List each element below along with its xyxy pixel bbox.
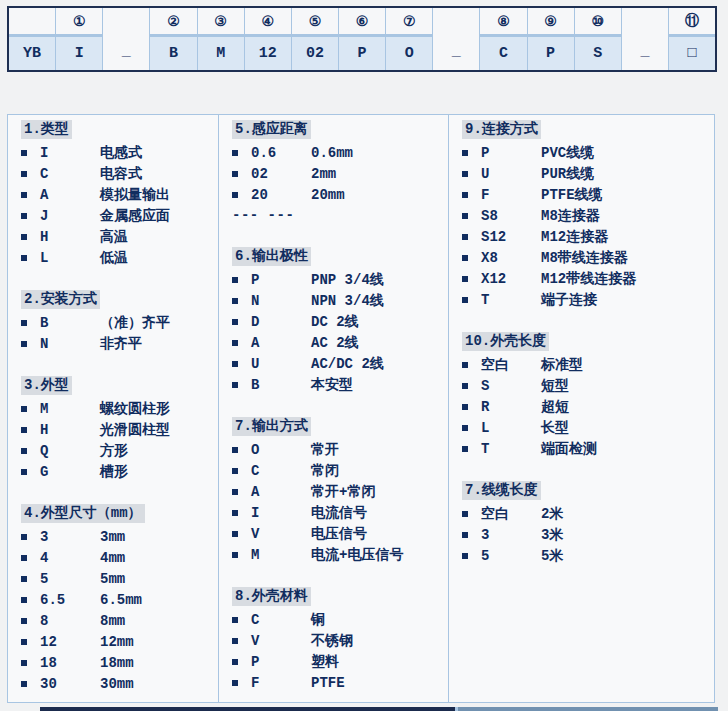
item-description: 槽形 [100,463,214,481]
guide-column-3: 9.连接方式PPVC线缆UPUR线缆FPTFE线缆S8M8连接器S12M12连接… [449,115,714,702]
item-code: 4 [40,550,100,566]
cell-code: I [56,37,102,70]
model-code-cell: YB [9,8,55,70]
square-bullet-icon [21,576,27,582]
item-description: 18mm [100,655,214,671]
item-code: F [481,187,541,203]
square-bullet-icon [232,192,238,198]
square-bullet-icon [232,382,238,388]
item-code: 6.5 [40,592,100,608]
item-description: M12带线连接器 [541,270,710,288]
item-code: 5 [40,571,100,587]
square-bullet-icon [21,406,27,412]
item-code: C [40,166,100,182]
cell-position-number: ③ [198,8,244,37]
square-bullet-icon [21,234,27,240]
item-description: 非齐平 [100,335,214,353]
cell-position-number: ⑪ [669,8,715,37]
item-code: C [251,463,311,479]
square-bullet-icon [462,150,468,156]
square-bullet-icon [21,427,27,433]
item-code: X8 [481,250,541,266]
legend-row: I电感式 [21,142,214,163]
cell-code: P [339,37,385,70]
legend-row: H高温 [21,226,214,247]
item-description: 电感式 [100,144,214,162]
cell-code: YB [9,37,55,70]
legend-row: DDC 2线 [232,311,444,332]
legend-row: FPTFE [232,672,444,693]
legend-row: 3030mm [21,673,214,694]
legend-row: FPTFE线缆 [462,184,710,205]
square-bullet-icon [21,320,27,326]
square-bullet-icon [232,638,238,644]
model-code-cell: ②B [149,8,196,70]
legend-row: J金属感应面 [21,205,214,226]
cell-position-number: ④ [245,8,291,37]
square-bullet-icon [21,618,27,624]
legend-row: Q方形 [21,440,214,461]
cell-position-number: ② [150,8,196,37]
section-title: 2.安装方式 [21,290,100,309]
section-title: 8.外壳材料 [232,587,311,606]
item-code: H [40,422,100,438]
legend-row: P塑料 [232,651,444,672]
legend-row: S8M8连接器 [462,205,710,226]
item-code: 30 [40,676,100,692]
code-guide: 1.类型I电感式C电容式A模拟量输出J金属感应面H高温L低温2.安装方式B（准）… [7,114,715,703]
item-description: 30mm [100,676,214,692]
square-bullet-icon [21,660,27,666]
item-code: V [251,526,311,542]
item-description: M8带线连接器 [541,249,710,267]
legend-row: 1818mm [21,652,214,673]
legend-row: AAC 2线 [232,332,444,353]
square-bullet-icon [462,213,468,219]
item-code: A [251,484,311,500]
cell-code: B [150,37,196,70]
legend-row: G槽形 [21,461,214,482]
square-bullet-icon [21,192,27,198]
next-table-edge-segment [40,707,455,711]
item-description: PNP 3/4线 [311,271,444,289]
square-bullet-icon [232,340,238,346]
item-code: T [481,292,541,308]
legend-row: 0.60.6mm [232,142,444,163]
section: 10.外壳长度空白标准型S短型R超短L长型T端面检测 [462,331,710,459]
square-bullet-icon [462,446,468,452]
legend-row: 空白标准型 [462,354,710,375]
square-bullet-icon [462,276,468,282]
section: 9.连接方式PPVC线缆UPUR线缆FPTFE线缆S8M8连接器S12M12连接… [462,119,710,310]
square-bullet-icon [462,404,468,410]
item-description: 长型 [541,419,710,437]
item-code: J [40,208,100,224]
item-description: 5米 [541,547,710,565]
item-code: L [40,250,100,266]
item-description: 12mm [100,634,214,650]
item-code: M [251,547,311,563]
item-description: 6.5mm [100,592,214,608]
item-description: 高温 [100,228,214,246]
item-description: 电流信号 [311,504,444,522]
legend-row: 022mm [232,163,444,184]
item-description: PVC线缆 [541,144,710,162]
model-code-cell: ⑪□ [668,8,715,70]
item-code: L [481,420,541,436]
item-description: 0.6mm [311,145,444,161]
item-code: 12 [40,634,100,650]
item-code: N [40,336,100,352]
cell-code: □ [669,37,715,70]
item-code: F [251,675,311,691]
square-bullet-icon [232,510,238,516]
legend-row: X12M12带线连接器 [462,268,710,289]
square-bullet-icon [462,234,468,240]
legend-row: B（准）齐平 [21,312,214,333]
item-description: NPN 3/4线 [311,292,444,310]
square-bullet-icon [462,255,468,261]
square-bullet-icon [462,511,468,517]
legend-row: A常开+常闭 [232,481,444,502]
item-description: AC/DC 2线 [311,355,444,373]
separator-underscore: _ [640,43,649,70]
model-code-cell: ④12 [244,8,291,70]
item-description: 不锈钢 [311,632,444,650]
item-code: I [251,505,311,521]
